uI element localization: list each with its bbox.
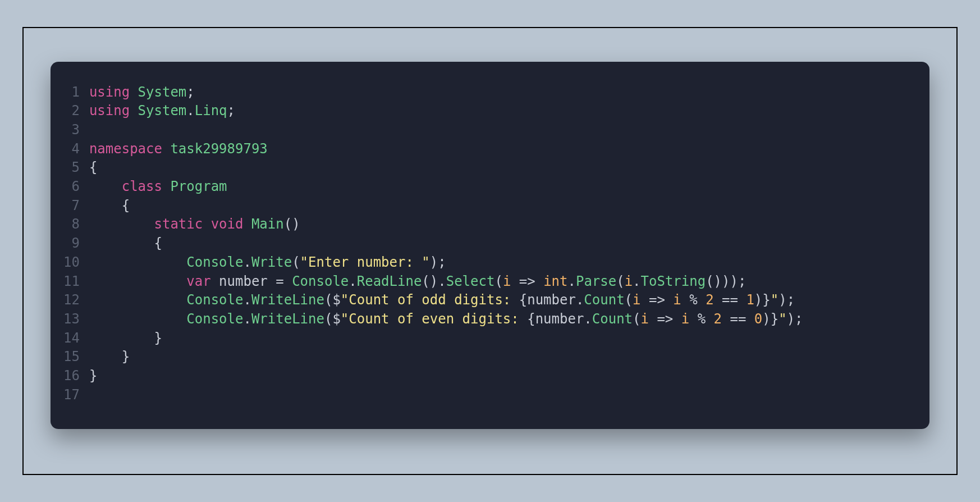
code-token: % <box>681 292 706 308</box>
code-token: int <box>543 273 567 289</box>
line-number: 5 <box>63 158 89 177</box>
code-token <box>511 273 519 289</box>
code-token: i <box>681 311 689 327</box>
code-token: i <box>503 273 511 289</box>
line-content: Console.Write("Enter number: "); <box>89 253 804 272</box>
code-token: using <box>89 103 130 118</box>
code-token: { <box>89 159 97 175</box>
code-token <box>243 216 251 232</box>
code-token: => <box>657 311 673 327</box>
code-token <box>89 216 154 232</box>
code-token: namespace <box>89 141 162 157</box>
code-token: 2 <box>706 292 713 308</box>
line-content: using System; <box>89 83 804 102</box>
code-token: } <box>89 330 162 346</box>
code-token: Select <box>446 273 495 289</box>
code-line: 3 <box>63 121 804 140</box>
line-number: 16 <box>63 367 89 386</box>
code-token: $ <box>332 292 340 308</box>
code-line: 10 Console.Write("Enter number: "); <box>63 253 804 272</box>
code-token: ) <box>754 292 762 308</box>
code-token: System <box>138 103 187 118</box>
code-token: Console <box>292 273 349 289</box>
code-token: => <box>519 273 535 289</box>
code-line: 15 } <box>63 348 804 367</box>
code-line: 14 } <box>63 329 804 348</box>
code-token: "Count of odd digits: <box>341 292 519 308</box>
code-line: 17 <box>63 386 804 405</box>
code-token: WriteLine <box>251 311 324 327</box>
line-content: { <box>89 158 804 177</box>
code-token <box>89 179 122 194</box>
code-token: ( <box>292 254 300 270</box>
page-frame: 1using System;2using System.Linq;3 4name… <box>22 27 958 475</box>
line-content: } <box>89 367 804 386</box>
code-token: number. <box>527 292 584 308</box>
code-token <box>673 311 681 327</box>
line-content: Console.WriteLine($"Count of even digits… <box>89 310 804 329</box>
code-token: ( <box>324 292 332 308</box>
code-token: Write <box>251 254 292 270</box>
code-token: ); <box>430 254 446 270</box>
code-token: { <box>89 235 162 251</box>
line-content: Console.WriteLine($"Count of odd digits:… <box>89 291 804 310</box>
code-token: number. <box>535 311 592 327</box>
code-token: Parse <box>576 273 616 289</box>
code-token <box>203 216 210 232</box>
code-token: var <box>186 273 210 289</box>
code-token: { <box>519 292 527 308</box>
line-content: static void Main() <box>89 215 804 234</box>
code-line: 4namespace task29989793 <box>63 140 804 159</box>
code-line: 8 static void Main() <box>63 215 804 234</box>
code-token: WriteLine <box>251 292 324 308</box>
code-token: Console <box>186 311 243 327</box>
line-content: } <box>89 329 804 348</box>
code-token: ); <box>778 292 795 308</box>
code-token: $ <box>332 311 340 327</box>
code-token <box>284 273 292 289</box>
code-token <box>535 273 543 289</box>
code-token <box>89 311 186 327</box>
code-token: ( <box>625 292 633 308</box>
code-line: 16} <box>63 367 804 386</box>
code-editor: 1using System;2using System.Linq;3 4name… <box>51 62 929 429</box>
code-token: { <box>527 311 535 327</box>
code-token: Count <box>584 292 624 308</box>
code-token: => <box>649 292 665 308</box>
code-token: ToString <box>641 273 706 289</box>
code-token: ; <box>186 84 194 100</box>
code-block: 1using System;2using System.Linq;3 4name… <box>63 83 804 404</box>
code-token: ) <box>762 311 770 327</box>
line-content: } <box>89 348 804 367</box>
code-token: Program <box>170 179 227 194</box>
code-token <box>162 179 170 194</box>
code-token: . <box>568 273 576 289</box>
code-token: ; <box>227 103 235 118</box>
code-token <box>130 84 138 100</box>
code-token: Main <box>251 216 284 232</box>
code-token: % <box>689 311 713 327</box>
code-token: } <box>89 368 97 384</box>
code-line: 12 Console.WriteLine($"Count of odd digi… <box>63 291 804 310</box>
code-token: } <box>771 311 778 327</box>
code-token: Console <box>186 254 243 270</box>
code-token: Console <box>186 292 243 308</box>
code-line: 2using System.Linq; <box>63 102 804 121</box>
code-token: System <box>138 84 187 100</box>
code-token: == <box>722 311 754 327</box>
line-content: namespace task29989793 <box>89 140 804 159</box>
code-token: ( <box>633 311 640 327</box>
code-token: i <box>625 273 633 289</box>
code-token: . <box>633 273 640 289</box>
code-token <box>89 273 186 289</box>
code-token <box>641 292 649 308</box>
line-content: var number = Console.ReadLine().Select(i… <box>89 272 804 291</box>
line-number: 17 <box>63 386 89 405</box>
code-line: 6 class Program <box>63 177 804 197</box>
code-token: . <box>349 273 356 289</box>
code-token: . <box>186 103 194 118</box>
code-token: 0 <box>754 311 762 327</box>
code-token: class <box>122 179 162 194</box>
line-number: 10 <box>63 253 89 272</box>
code-token: static <box>154 216 203 232</box>
